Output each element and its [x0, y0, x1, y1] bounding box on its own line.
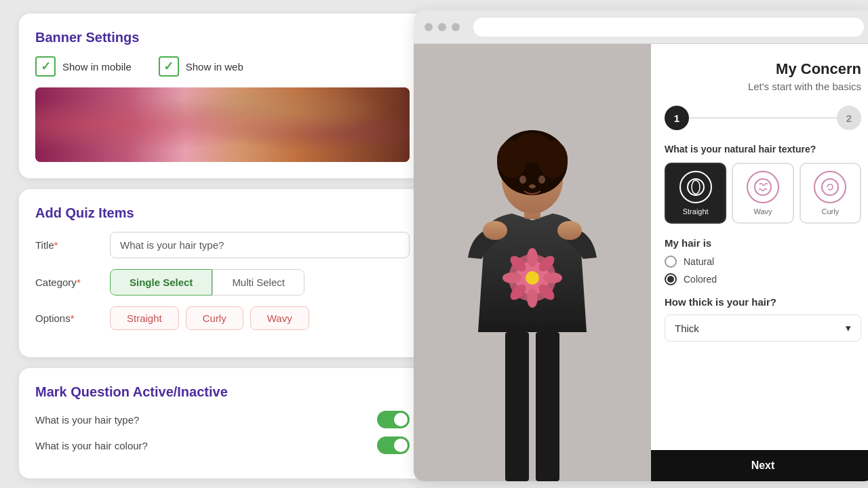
straight-icon	[679, 171, 712, 203]
step-line	[689, 117, 837, 119]
left-panel: Banner Settings ✓ Show in mobile ✓ Show …	[19, 14, 426, 479]
texture-curly[interactable]: Curly	[800, 163, 861, 224]
svg-point-8	[543, 272, 562, 283]
title-required: *	[54, 239, 58, 251]
browser-dot-1	[425, 23, 433, 31]
options-required: *	[71, 312, 75, 324]
banner-image-inner	[35, 87, 410, 162]
svg-point-5	[527, 248, 538, 267]
wavy-label: Wavy	[753, 207, 772, 216]
svg-point-6	[527, 289, 538, 308]
colored-label: Colored	[684, 274, 717, 285]
natural-label: Natural	[684, 256, 714, 267]
svg-point-26	[755, 179, 771, 195]
svg-point-4	[526, 271, 539, 285]
category-required: *	[77, 277, 81, 288]
single-select-btn[interactable]: Single Select	[110, 269, 212, 296]
svg-point-22	[483, 221, 507, 240]
question-2-label: What is your hair colour?	[35, 440, 148, 451]
add-quiz-card: Add Quiz Items Title* Category* Single S…	[19, 189, 426, 357]
category-buttons: Single Select Multi Select	[110, 269, 304, 296]
mobile-checkbox[interactable]: ✓	[35, 56, 56, 77]
category-label: Category*	[35, 277, 110, 288]
straight-label: Straight	[683, 207, 709, 216]
right-panel: My Concern Let's start with the basics 1…	[414, 10, 868, 481]
toggle-row-2: What is your hair colour?	[35, 436, 410, 454]
toggle-row-1: What is your hair type?	[35, 411, 410, 428]
show-mobile-check[interactable]: ✓ Show in mobile	[35, 56, 132, 77]
show-mobile-label: Show in mobile	[62, 61, 132, 73]
curly-svg	[821, 178, 840, 197]
svg-point-27	[822, 179, 838, 195]
curly-icon	[814, 171, 846, 203]
show-web-label: Show in web	[186, 61, 243, 73]
svg-point-7	[502, 272, 521, 283]
browser-url-bar	[473, 18, 864, 37]
question-1-label: What is your hair type?	[35, 414, 139, 426]
banner-image	[35, 87, 410, 162]
multi-select-btn[interactable]: Multi Select	[212, 269, 304, 296]
svg-point-20	[538, 176, 545, 184]
steps-bar: 1 2	[665, 106, 861, 130]
options-row: Options* Straight Curly Wavy	[35, 306, 410, 330]
texture-straight[interactable]: Straight	[665, 163, 726, 224]
toggle-2[interactable]	[377, 436, 410, 454]
model-background	[414, 44, 651, 481]
web-checkmark: ✓	[163, 59, 174, 74]
curly-label: Curly	[821, 207, 839, 216]
browser-bar	[414, 10, 868, 44]
my-hair-is-title: My hair is	[665, 237, 861, 249]
natural-option[interactable]: Natural	[665, 256, 861, 268]
thickness-dropdown[interactable]: Thick ▾	[665, 314, 861, 342]
title-label: Title*	[35, 239, 110, 251]
texture-wavy[interactable]: Wavy	[732, 163, 793, 224]
wavy-icon	[747, 171, 779, 203]
title-input[interactable]	[110, 232, 410, 258]
straight-svg	[686, 178, 705, 197]
browser-dot-3	[452, 23, 460, 31]
browser-content: My Concern Let's start with the basics 1…	[414, 44, 868, 481]
svg-point-19	[519, 176, 526, 184]
banner-checks: ✓ Show in mobile ✓ Show in web	[35, 56, 410, 77]
thickness-value: Thick	[675, 323, 699, 334]
svg-point-24	[688, 179, 704, 195]
option-straight[interactable]: Straight	[110, 306, 179, 330]
colored-radio[interactable]	[665, 273, 677, 285]
banner-overlay	[35, 87, 410, 162]
svg-rect-1	[536, 332, 559, 481]
texture-options: Straight Wavy	[665, 163, 861, 224]
option-curly[interactable]: Curly	[186, 306, 243, 330]
mark-question-card: Mark Question Active/Inactive What is yo…	[19, 368, 426, 479]
add-quiz-title: Add Quiz Items	[35, 205, 410, 221]
quiz-subtitle: Let's start with the basics	[665, 81, 861, 92]
model-figure-svg	[444, 75, 620, 481]
model-area	[414, 44, 651, 481]
category-row: Category* Single Select Multi Select	[35, 269, 410, 296]
next-button[interactable]: Next	[651, 450, 868, 481]
toggle-1[interactable]	[377, 411, 410, 428]
option-wavy[interactable]: Wavy	[250, 306, 309, 330]
show-web-check[interactable]: ✓ Show in web	[159, 56, 243, 77]
step-1: 1	[665, 106, 689, 130]
natural-radio[interactable]	[665, 256, 677, 268]
quiz-title: My Concern	[665, 60, 861, 78]
colored-option[interactable]: Colored	[665, 273, 861, 285]
quiz-panel: My Concern Let's start with the basics 1…	[651, 44, 868, 481]
banner-settings-card: Banner Settings ✓ Show in mobile ✓ Show …	[19, 14, 426, 178]
svg-rect-0	[505, 332, 529, 481]
web-checkbox[interactable]: ✓	[159, 56, 179, 77]
banner-settings-title: Banner Settings	[35, 30, 410, 45]
svg-point-25	[692, 180, 700, 194]
chevron-down-icon: ▾	[846, 322, 851, 334]
browser-dot-2	[438, 23, 446, 31]
options-tags: Straight Curly Wavy	[110, 306, 309, 330]
options-label: Options*	[35, 312, 110, 324]
thickness-question: How thick is your hair?	[665, 296, 861, 308]
wavy-svg	[753, 178, 772, 197]
mobile-checkmark: ✓	[41, 59, 51, 74]
svg-point-23	[557, 221, 582, 240]
svg-point-21	[529, 184, 536, 188]
hair-texture-question: What is your natural hair texture?	[665, 144, 861, 155]
step-2: 2	[837, 106, 861, 130]
svg-point-18	[513, 133, 551, 163]
